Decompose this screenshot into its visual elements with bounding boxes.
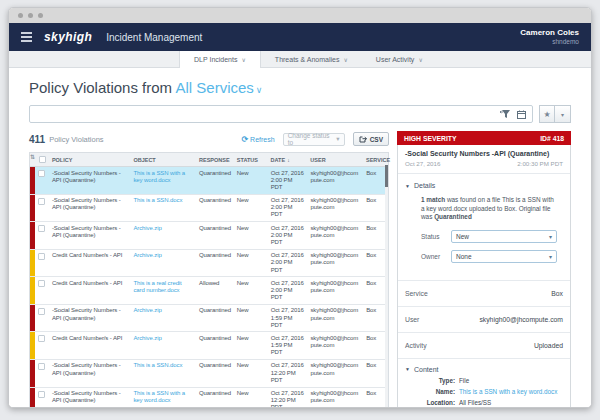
- table-row[interactable]: -Social Security Numbers -API (Quarantin…: [30, 222, 388, 250]
- name-label: Name:: [413, 388, 455, 395]
- table-row[interactable]: Credit Card Number/s - API Archive.zip Q…: [30, 332, 388, 360]
- select-all-header: [35, 153, 50, 166]
- tab-dlp-incidents[interactable]: DLP Incidents ∨: [179, 51, 261, 68]
- object-cell: Archive.zip: [131, 305, 197, 332]
- violations-list: 411 Policy Violations ⟳ Refresh Change s…: [29, 131, 389, 408]
- table-row[interactable]: Credit Card Number/s - API This is a rea…: [30, 277, 388, 305]
- saved-views-group: ★ ▾: [539, 105, 571, 123]
- column-header-response[interactable]: RESPONSE: [197, 154, 235, 166]
- table-row[interactable]: -Social Security Numbers -API (Quarantin…: [30, 195, 388, 223]
- object-link[interactable]: This is a SSN with a key word.docx: [133, 390, 185, 403]
- policy-cell: Credit Card Number/s - API: [50, 250, 132, 277]
- row-checkbox[interactable]: [38, 335, 45, 342]
- column-header-object[interactable]: OBJECT: [131, 154, 197, 166]
- table-row[interactable]: -Social Security Numbers -API (Quarantin…: [30, 360, 388, 388]
- incident-title-block: -Social Security Numbers -API (Quarantin…: [398, 145, 570, 174]
- content-section: ▼ Content Type: File Name: This is a SSN…: [398, 359, 570, 408]
- favorite-dropdown-button[interactable]: ▾: [555, 105, 571, 123]
- file-name-link[interactable]: This is a SSN with a key word.docx: [459, 388, 563, 395]
- incident-title: -Social Security Numbers -API (Quarantin…: [405, 150, 563, 157]
- hamburger-icon[interactable]: [21, 32, 32, 42]
- section-caret-icon: ▼: [405, 183, 410, 189]
- column-header-date[interactable]: DATE↓: [269, 154, 309, 166]
- object-link[interactable]: Archive.zip: [133, 252, 161, 258]
- location-value: All Files/SS: [459, 399, 563, 406]
- response-cell: Quarantined: [197, 305, 235, 332]
- window-titlebar: [9, 8, 591, 23]
- table-row[interactable]: -Social Security Numbers -API (Quarantin…: [30, 167, 388, 195]
- refresh-button[interactable]: ⟳ Refresh: [241, 135, 274, 144]
- date-cell: Oct 27, 20162:00 PM PDT: [269, 250, 309, 277]
- status-cell: New: [235, 360, 269, 387]
- policy-cell: -Social Security Numbers -API (Quarantin…: [50, 360, 132, 387]
- column-header-status[interactable]: STATUS: [235, 154, 269, 166]
- status-cell: New: [235, 277, 269, 304]
- row-checkbox[interactable]: [38, 225, 45, 232]
- table-row[interactable]: -Social Security Numbers -API (Quarantin…: [30, 388, 388, 409]
- row-checkbox[interactable]: [38, 170, 45, 177]
- row-checkbox[interactable]: [38, 308, 45, 315]
- object-cell: This is a real credit card number.docx: [131, 277, 197, 304]
- incident-id: ID# 418: [540, 135, 564, 142]
- window-control-icon[interactable]: [28, 13, 33, 18]
- service-label: Service: [405, 290, 428, 297]
- content-section-toggle[interactable]: ▼ Content: [405, 366, 563, 373]
- violation-count-label: Policy Violations: [49, 135, 103, 144]
- object-link[interactable]: Archive.zip: [133, 307, 161, 313]
- status-cell: New: [235, 388, 269, 409]
- status-cell: New: [235, 305, 269, 332]
- table-row[interactable]: -Social Security Numbers -API (Quarantin…: [30, 305, 388, 333]
- section-caret-icon: ▼: [405, 366, 410, 372]
- service-scope-selector[interactable]: All Services: [175, 79, 253, 96]
- select-all-checkbox[interactable]: [39, 156, 46, 163]
- filter-bar: ★ ▾: [29, 105, 571, 123]
- details-section-toggle[interactable]: ▼ Details: [405, 182, 563, 189]
- row-checkbox[interactable]: [38, 363, 45, 370]
- object-cell: This is a SSN.docx: [131, 360, 197, 387]
- column-header-user[interactable]: USER: [308, 154, 364, 166]
- row-checkbox[interactable]: [38, 253, 45, 260]
- location-label: Location:: [413, 399, 455, 406]
- object-cell: Archive.zip: [131, 222, 197, 249]
- filter-input[interactable]: [36, 106, 500, 122]
- incident-detail-panel: HIGH SEVERITY ID# 418 -Social Security N…: [397, 131, 571, 408]
- object-link[interactable]: This is a SSN.docx: [133, 197, 182, 203]
- date-cell: Oct 27, 201612:20 PM PDT: [269, 388, 309, 409]
- date-cell: Oct 27, 20161:59 PM PDT: [269, 332, 309, 359]
- calendar-icon[interactable]: [517, 110, 526, 119]
- tab-user-activity[interactable]: User Activity ∨: [362, 51, 437, 67]
- account-menu[interactable]: Cameron Coles shndemo: [520, 28, 579, 45]
- row-checkbox[interactable]: [38, 391, 45, 398]
- table-row[interactable]: Credit Card Number/s - API Archive.zip Q…: [30, 250, 388, 278]
- tab-threats-anomalies[interactable]: Threats & Anomalies ∨: [261, 51, 362, 67]
- date-cell: Oct 27, 20162:00 PM PDT: [269, 195, 309, 222]
- star-icon: ★: [543, 110, 550, 119]
- row-checkbox[interactable]: [38, 280, 45, 287]
- date-cell: Oct 27, 20162:00 PM PDT: [269, 222, 309, 249]
- object-link[interactable]: This is a SSN with a key word.docx: [133, 170, 185, 183]
- row-checkbox[interactable]: [38, 198, 45, 205]
- chevron-down-icon: ∨: [418, 56, 422, 63]
- date-cell: Oct 27, 20162:00 PM PDT: [269, 167, 309, 194]
- owner-dropdown[interactable]: None ▾: [451, 250, 557, 263]
- object-link[interactable]: Archive.zip: [133, 225, 161, 231]
- service-value: Box: [551, 290, 563, 297]
- policy-cell: -Social Security Numbers -API (Quarantin…: [50, 195, 132, 222]
- caret-down-icon: ▾: [561, 111, 564, 118]
- status-dropdown[interactable]: New ▾: [451, 230, 557, 243]
- object-link[interactable]: Archive.zip: [133, 335, 161, 341]
- severity-banner: HIGH SEVERITY ID# 418: [397, 131, 571, 145]
- filter-funnel-icon[interactable]: [500, 110, 510, 119]
- window-control-icon[interactable]: [18, 13, 23, 18]
- favorite-button[interactable]: ★: [539, 105, 555, 123]
- column-header-policy[interactable]: POLICY: [50, 154, 131, 166]
- user-cell: skyhigh00@jhcompute.com: [308, 222, 364, 249]
- object-link[interactable]: This is a real credit card number.docx: [133, 280, 181, 293]
- scrollbar-thumb[interactable]: [385, 165, 388, 187]
- user-label: User: [405, 316, 419, 323]
- export-csv-button[interactable]: CSV: [353, 132, 389, 146]
- object-link[interactable]: This is a SSN.docx: [133, 362, 182, 368]
- window-control-icon[interactable]: [38, 13, 43, 18]
- object-cell: Archive.zip: [131, 332, 197, 359]
- change-status-dropdown[interactable]: Change status to ▾: [283, 133, 345, 146]
